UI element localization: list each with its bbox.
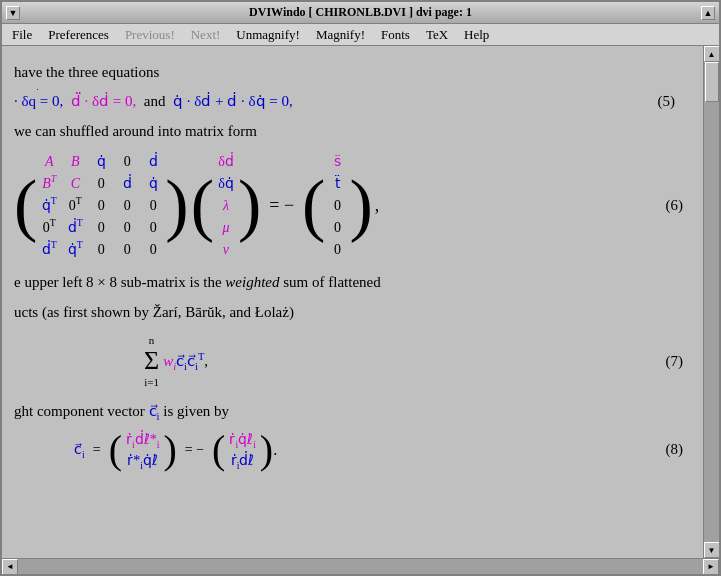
scroll-left-button[interactable]: ◄ (2, 559, 18, 575)
eq8-bot: ṙ*iq̇ℓ̇ (127, 450, 158, 471)
m-r1c5: ḋ (145, 151, 161, 172)
eq5-mid1: d̈ · δḋ = 0, (71, 90, 144, 113)
vertical-scrollbar: ▲ ▼ (703, 46, 719, 558)
m-r3c2: 0T (67, 195, 83, 216)
m-r5c5: 0 (145, 239, 161, 260)
vec-left-paren: ( (191, 175, 214, 235)
vec-right-paren: ) (238, 175, 261, 235)
m-r3c3: 0 (93, 195, 109, 216)
rhs-right-paren: ) (349, 175, 372, 235)
equation-6-matrix: ( A B q̇ 0 ḋ BT C 0 ḋ q̇ (14, 149, 691, 262)
text-line-1: have the three equations (14, 60, 691, 84)
m-r2c5: q̇ (145, 173, 161, 194)
content-with-scroll: have the three equations · δq̇ = 0, d̈ ·… (2, 46, 719, 558)
m-r1c3: q̇ (93, 151, 109, 172)
maximize-button[interactable]: ▲ (701, 6, 715, 20)
eq8-top2: ṙiq̇ℓ̇i (229, 429, 255, 450)
eq8-fraction: ṙiḋℓ̇*i ṙ*iq̇ℓ̇ (122, 429, 163, 471)
menu-magnify[interactable]: Magnify! (308, 25, 373, 45)
text-have-equations: have the three equations (14, 64, 159, 80)
title-bar: ▼ DVIWindo [ CHIRONLB.DVI ] dvi page: 1 … (2, 2, 719, 24)
minimize-button[interactable]: ▼ (6, 6, 20, 20)
rv3: 0 (329, 195, 345, 216)
v3: λ (218, 195, 234, 216)
m-r4c2: ḋT (67, 217, 83, 238)
window-title: DVIWindo [ CHIRONLB.DVI ] dvi page: 1 (20, 5, 701, 20)
matrix-left: A B q̇ 0 ḋ BT C 0 ḋ q̇ q̇T 0T (37, 149, 165, 262)
text-sum-flattened: sum of flattened (279, 274, 380, 290)
eq8-number: (8) (666, 438, 692, 461)
menu-tex[interactable]: TeX (418, 25, 456, 45)
text-block-products: ucts (as first shown by Žarí, Bārŭk, and… (14, 300, 691, 324)
sigma-symbol-block: n Σ i=1 (144, 332, 159, 391)
eq8-top: ṙiḋℓ̇*i (126, 429, 159, 450)
eq5-number: (5) (658, 90, 684, 113)
menu-file[interactable]: File (4, 25, 40, 45)
m-r3c1: q̇T (41, 195, 57, 216)
menu-next: Next! (183, 25, 229, 45)
m-r4c1: 0T (41, 217, 57, 238)
text-weighted: weighted (225, 274, 279, 290)
rv4: 0 (329, 217, 345, 238)
eq8-eq2: = − (185, 439, 204, 460)
rv2: ẗ (329, 173, 345, 194)
menu-help[interactable]: Help (456, 25, 497, 45)
eq5-mid2: q̇ · δḋ + ḋ · δq̇ = 0, (173, 90, 293, 113)
m-r2c2: C (67, 173, 83, 194)
scrollbar-track[interactable] (704, 62, 720, 542)
m-r4c3: 0 (93, 217, 109, 238)
eq8-paren-r2: ) (260, 434, 273, 466)
matrix-right-paren-1: ) (165, 175, 188, 235)
title-bar-left: ▼ (6, 6, 20, 20)
text-block-weighted: e upper left 8 × 8 sub-matrix is the wei… (14, 270, 691, 294)
eq5-lhs: · δq̇ = 0, (14, 90, 71, 113)
eq6-comma: , (375, 192, 380, 219)
eq8-paren-r1: ) (163, 434, 176, 466)
sigma-expression: wic⃗ic⃗iT, (163, 350, 208, 373)
eq8-paren-l1: ( (109, 434, 122, 466)
scroll-right-button[interactable]: ► (703, 559, 719, 575)
equation-8-row: c⃗i = ( ṙiḋℓ̇*i ṙ*iq̇ℓ̇ ) = − ( ṙiq̇ℓ̇i … (74, 429, 691, 471)
text-matrix-form: we can shuffled around into matrix form (14, 123, 257, 139)
eq6-number: (6) (666, 194, 692, 217)
text-line-3: we can shuffled around into matrix form (14, 119, 691, 143)
content-wrapper: have the three equations · δq̇ = 0, d̈ ·… (2, 46, 719, 574)
vector-right: s̈ ẗ 0 0 0 (325, 149, 349, 262)
m-r5c4: 0 (119, 239, 135, 260)
menu-previous: Previous! (117, 25, 183, 45)
menu-fonts[interactable]: Fonts (373, 25, 418, 45)
scroll-up-button[interactable]: ▲ (704, 46, 720, 62)
menu-unmagnify[interactable]: Unmagnify! (228, 25, 308, 45)
text-is-given-by: is given by (159, 403, 229, 419)
scroll-down-button[interactable]: ▼ (704, 542, 720, 558)
eq5-and: and (144, 90, 173, 113)
m-r2c4: ḋ (119, 173, 135, 194)
v2: δq̇ (218, 173, 234, 194)
v1: δḋ (218, 151, 234, 172)
sigma-w: wi (163, 353, 176, 369)
main-window: ▼ DVIWindo [ CHIRONLB.DVI ] dvi page: 1 … (0, 0, 721, 576)
sigma-subscript: i=1 (144, 374, 159, 391)
text-block-eq8-intro: ght component vector c⃗i is given by (14, 399, 691, 423)
m-r4c5: 0 (145, 217, 161, 238)
m-r3c5: 0 (145, 195, 161, 216)
sigma-c1: c⃗i (176, 353, 187, 369)
text-ght-component: ght component vector (14, 403, 149, 419)
m-r5c2: q̇T (67, 239, 83, 260)
h-scrollbar-track[interactable] (18, 559, 703, 575)
m-r1c1: A (41, 151, 57, 172)
sigma-symbol: Σ (144, 348, 159, 374)
eq6-equals: = − (269, 192, 294, 219)
eq8-paren-l2: ( (212, 434, 225, 466)
rv5: 0 (329, 239, 345, 260)
menu-preferences[interactable]: Preferences (40, 25, 117, 45)
sigma-comma: , (204, 353, 208, 369)
main-content: have the three equations · δq̇ = 0, d̈ ·… (2, 46, 703, 558)
scrollbar-thumb[interactable] (705, 62, 719, 102)
menu-bar: File Preferences Previous! Next! Unmagni… (2, 24, 719, 46)
m-r5c1: ḋT (41, 239, 57, 260)
sigma-c2: c⃗iT (187, 353, 204, 369)
rv1: s̈ (329, 151, 345, 172)
matrix-left-paren-1: ( (14, 175, 37, 235)
eq8-period: . (273, 438, 277, 462)
